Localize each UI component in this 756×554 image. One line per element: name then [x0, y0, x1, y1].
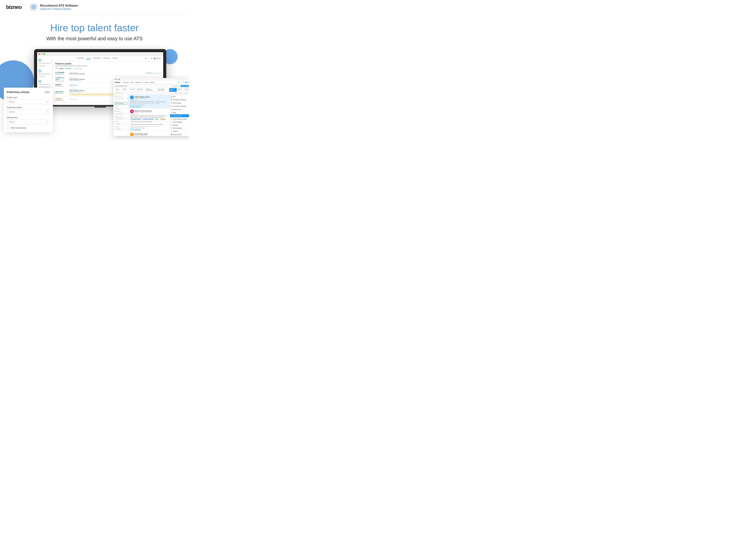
nav-requisitions[interactable]: Requisitions [93, 57, 101, 60]
filter-label: Location [58, 68, 63, 69]
cand-more-melissa[interactable]: View 1 more application [130, 129, 168, 130]
tl-yellow [41, 53, 43, 55]
nav-settings-icon: ⚙ [151, 58, 152, 59]
ats-nav-offers[interactable]: Offers [130, 82, 134, 83]
cand-role-isabel: Maintenance and Lean Manufacturing Manag… [130, 101, 168, 102]
message-icon: ✉ [171, 102, 172, 104]
brands-filter[interactable]: + Brands... [114, 123, 127, 125]
linkedin-status: ✔ Published 28 Nov 2019 [145, 72, 161, 74]
sort-by[interactable]: Sort by: None [184, 93, 189, 94]
avatar-melissa: MF [130, 110, 134, 113]
offers-label: Offers [114, 106, 127, 107]
excel-icon: 📊 [171, 109, 172, 110]
cm-export-excel[interactable]: 📊 Export to excel [170, 108, 189, 111]
cand-more-isabel[interactable]: View 1 more application [130, 106, 168, 107]
header: bizneo Recruitment ATS Software Applican… [0, 0, 189, 14]
cm-hide[interactable]: 👁 Hide candidates [170, 127, 189, 130]
cm-schedule-label: Schedule and Interview [173, 99, 186, 101]
filter-tag[interactable]: España ✕ [64, 68, 72, 69]
ats-tl-yellow [117, 79, 118, 80]
tab-discarded[interactable]: Discarded [129, 88, 136, 92]
avatar-isabel: ✔ [130, 96, 134, 99]
laptop-stand [95, 107, 106, 108]
gdpr-filter[interactable]: + GDPR services [114, 118, 127, 120]
filter-location-label: Filter by location [11, 127, 26, 129]
job-tags-filter[interactable]: + Job tags... [114, 128, 127, 130]
cm-send-message[interactable]: ✉ Send message [170, 101, 189, 105]
publication-option-select[interactable]: Select ▾ [7, 109, 50, 114]
ats-logo: bizneo [115, 81, 120, 83]
offers-filter[interactable]: + Offers... [114, 107, 127, 110]
linkedin-account: Linked account Jesús Rodríguez Marquez [69, 72, 145, 74]
cm-move[interactable]: → Move candidates [170, 121, 189, 124]
ats-nav-reports[interactable]: Reports [150, 82, 155, 83]
tab-pending[interactable]: Pending 1 [121, 88, 129, 92]
cm-schedule[interactable]: 📅 Schedule and Interview [170, 98, 189, 101]
tab-in-progress[interactable]: In progress 27 [136, 88, 145, 92]
tag-french-2: ADVANCED FRENCH [142, 118, 154, 120]
effectiveness-label: Effectiveness [7, 116, 50, 119]
tab-pending-2[interactable]: Pending 3 [177, 88, 184, 92]
candidate-card-isabel[interactable]: ✔ Isabel Elizalde Quiles London · 29 yea… [129, 95, 170, 108]
tab-new[interactable]: NewApplicants [115, 88, 121, 92]
settings-save-button[interactable]: Save [45, 91, 50, 94]
cm-get-link[interactable]: 🔗 Get link to share [170, 114, 189, 117]
svg-rect-0 [32, 6, 35, 8]
cm-edit-tags[interactable]: 🏷 Edit tags [170, 124, 189, 127]
tl-green [44, 53, 45, 55]
cm-gdpr-label: Send GDPR notification [173, 106, 186, 107]
ats-nav-interviews[interactable]: Interviews [143, 82, 149, 83]
cm-export-hris[interactable]: 📤 Export to HRIS [170, 133, 189, 136]
ats-titlebar [113, 78, 189, 80]
candidate-card-melissa[interactable]: MF Melissa Flores Quevedo Hastings · Lon… [129, 108, 170, 131]
settings-title: Publishing settings [7, 91, 30, 94]
ats-settings-icon: ⚙ [183, 81, 184, 83]
cand-name-isabel: Isabel Elizalde Quiles [135, 96, 150, 98]
header-text: Recruitment ATS Software Applicant Track… [40, 4, 78, 10]
ats-tl-green [119, 79, 120, 80]
bulk-actions-button[interactable]: Bulk actions [173, 86, 180, 87]
search-by-filter[interactable]: Search by filter [73, 68, 83, 69]
effectiveness-select[interactable]: Select ▾ [7, 119, 50, 124]
cm-blind-cv[interactable]: 📄 Blind CV [170, 130, 189, 133]
tab-face-to-face[interactable]: Face-to-face interview 35 [157, 88, 169, 92]
nav-offers[interactable]: Offers [87, 57, 91, 60]
filter-location-checkbox[interactable] [7, 126, 9, 129]
lock-icon: 🔒 [171, 105, 172, 107]
cand-role-melissa: Maintenance and Lean Manufacturing Manag… [130, 115, 168, 116]
profile-name-select[interactable]: Select ▾ [7, 99, 50, 104]
cand-role-label: CURRENT ROLE [130, 100, 168, 101]
tab-reviewed[interactable]: Reviewed 1 [184, 88, 189, 92]
requisitions-label: Requisitions [114, 111, 127, 112]
cm-share[interactable]: ↗ Share [170, 111, 189, 114]
keywords-input[interactable]: Keywords or ID [114, 97, 127, 100]
nav-candidates[interactable]: Candidates [77, 57, 84, 60]
tab-telephone[interactable]: Telephone interview 23 [145, 88, 157, 92]
ats-star-icon: ☆ [181, 81, 182, 83]
ats-nav-requisitions[interactable]: Requisitions [135, 82, 142, 83]
tab-finished[interactable]: Finished 9 [169, 88, 177, 92]
cv-icon: 📄 [171, 130, 172, 132]
cm-get-link-label: Get link to share [173, 115, 182, 116]
advanced-search[interactable]: Advanced search [174, 93, 183, 94]
requisitions-filter[interactable]: + Requisitions... [114, 113, 127, 115]
sidebar-circle-3 [39, 80, 41, 83]
view-candidate-button[interactable]: View candidate [181, 85, 189, 87]
nav-reports[interactable]: Reports [113, 57, 118, 60]
cm-gdpr[interactable]: 🔒 Send GDPR notification [170, 105, 189, 108]
candidate-card-anna[interactable]: AR Anna Roigé Orgaz Singapore · Castella… [129, 131, 170, 136]
infojobs-logo: Infojobs Premium portal [55, 98, 65, 101]
ats-nav-candidates[interactable]: Candidates [122, 82, 129, 83]
hero-title: Hire top talent faster [4, 22, 185, 34]
nav-interviews[interactable]: Interviews [104, 57, 110, 60]
location-filter[interactable]: United Kingdom [114, 102, 127, 105]
job-tags-label: Job tags [114, 126, 127, 127]
publish-desc: Select the portals where you want to pub… [55, 65, 161, 66]
nav-star-icon: ☆ [148, 58, 149, 59]
chevron-down-icon-2: ▾ [47, 111, 48, 113]
cm-copy-position[interactable]: 📋 Copy to another position [170, 117, 189, 121]
cm-print[interactable]: 🖨 Print [170, 95, 189, 98]
cand-location-isabel: London · 29 years old [135, 98, 150, 99]
cm-copy-position-label: Copy to another position [173, 118, 187, 120]
print-icon: 🖨 [171, 96, 172, 97]
